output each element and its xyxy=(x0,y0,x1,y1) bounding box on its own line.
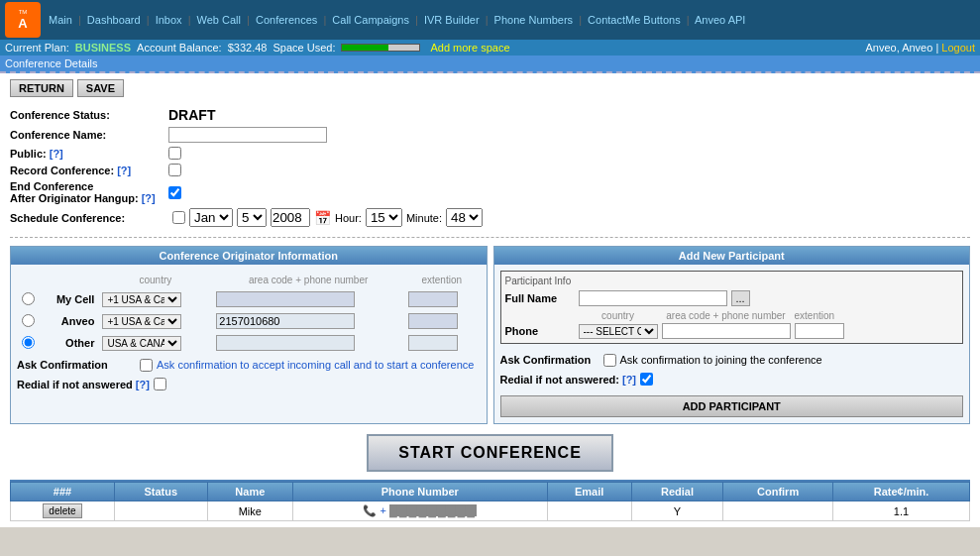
breadcrumb: Conference Details xyxy=(0,56,980,73)
schedule-minute-select[interactable]: 48 xyxy=(446,208,483,227)
status-row: Conference Status: DRAFT xyxy=(10,107,970,123)
p-ask-conf-row: Ask Confirmation Ask confirmation to joi… xyxy=(500,350,964,371)
schedule-year-input[interactable] xyxy=(271,208,310,227)
fullname-row: Full Name ... xyxy=(505,290,959,306)
p-col-area-phone: area code + phone number xyxy=(662,310,791,321)
originator-row-other: Other USA & CANA xyxy=(19,333,479,353)
cell-confirm xyxy=(723,501,833,521)
space-label: Space Used: xyxy=(272,42,335,54)
schedule-hour-select[interactable]: 15 xyxy=(366,208,402,227)
phone-col-headers: country area code + phone number extenti… xyxy=(505,310,959,321)
p-redial-checkbox[interactable] xyxy=(640,373,653,386)
conference-panels: Conference Originator Information countr… xyxy=(10,246,970,424)
toolbar: RETURN SAVE xyxy=(10,79,970,97)
ask-conf-label: Ask Confirmation xyxy=(17,359,136,371)
phone-plus: + xyxy=(381,504,386,516)
nav-conferences[interactable]: Conferences xyxy=(256,14,317,26)
nav-main[interactable]: Main xyxy=(49,14,72,26)
anveo-phone-input[interactable] xyxy=(216,313,355,329)
name-row: Conference Name: xyxy=(10,127,970,143)
radio-other[interactable] xyxy=(22,336,35,349)
delete-button[interactable]: delete xyxy=(43,503,81,518)
mycell-phone-input[interactable] xyxy=(216,291,355,307)
plan-value: BUSINESS xyxy=(75,42,131,54)
phone-icon: 📞 xyxy=(363,504,377,516)
cell-delete: delete xyxy=(11,501,115,521)
col-header-ext: extention xyxy=(405,273,479,287)
nav-anveoapi[interactable]: Anveo API xyxy=(695,14,745,26)
hangup-checkbox[interactable] xyxy=(168,186,181,199)
record-row: Record Conference: [?] xyxy=(10,164,970,176)
redial-label: Redial if not answered [?] xyxy=(17,379,150,390)
nav-contactme[interactable]: ContactMe Buttons xyxy=(588,14,681,26)
nav-ivrbuilder[interactable]: IVR Builder xyxy=(424,14,480,26)
hour-label: Hour: xyxy=(335,212,362,224)
anveo-label: Anveo xyxy=(40,311,97,331)
nav-links: Main | Dashboard | Inbox | Web Call | Co… xyxy=(49,14,975,26)
status-value: DRAFT xyxy=(168,107,215,123)
browse-button[interactable]: ... xyxy=(731,290,750,306)
col-header-area-phone: area code + phone number xyxy=(213,273,403,287)
public-checkbox[interactable] xyxy=(168,147,181,160)
plan-label: Current Plan: xyxy=(5,42,69,54)
calendar-icon[interactable]: 📅 xyxy=(314,210,331,226)
originator-row-mycell: My Cell +1 USA & Car xyxy=(19,289,479,309)
schedule-day-select[interactable]: 5 xyxy=(237,208,267,227)
phone-country-select[interactable]: --- SELECT C xyxy=(579,324,658,339)
p-ask-conf-checkbox[interactable] xyxy=(603,354,616,367)
mycell-country-select[interactable]: +1 USA & Car xyxy=(102,292,181,307)
status-label: Conference Status: xyxy=(10,109,168,121)
return-button[interactable]: RETURN xyxy=(10,79,73,97)
record-checkbox[interactable] xyxy=(168,164,181,176)
radio-anveo[interactable] xyxy=(22,314,35,327)
other-country-select[interactable]: USA & CANA xyxy=(102,336,181,351)
col-header-email: Email xyxy=(547,483,631,501)
logout-link[interactable]: Logout xyxy=(941,42,975,54)
radio-mycell[interactable] xyxy=(22,292,35,305)
anveo-ext-input[interactable] xyxy=(408,313,458,329)
schedule-month-select[interactable]: Jan xyxy=(189,208,233,227)
name-label: Conference Name: xyxy=(10,129,168,141)
public-label: Public: [?] xyxy=(10,148,168,160)
redial-row: Redial if not answered [?] xyxy=(17,376,481,392)
main-content: RETURN SAVE Conference Status: DRAFT Con… xyxy=(0,73,980,527)
nav-inbox[interactable]: Inbox xyxy=(156,14,182,26)
start-conference-button[interactable]: START CONFERENCE xyxy=(367,434,613,472)
save-button[interactable]: SAVE xyxy=(77,79,124,97)
redial-checkbox[interactable] xyxy=(154,378,166,390)
nav-webcall[interactable]: Web Call xyxy=(197,14,241,26)
phone-number-input[interactable] xyxy=(662,323,791,339)
p-redial-hint[interactable]: [?] xyxy=(622,374,636,386)
nav-callcampaigns[interactable]: Call Campaigns xyxy=(332,14,409,26)
phone-ext-input[interactable] xyxy=(795,323,844,339)
start-conference-section: START CONFERENCE xyxy=(10,434,970,472)
user-info: Anveo, Anveo | Logout xyxy=(865,42,975,54)
ask-conf-checkbox[interactable] xyxy=(140,359,153,372)
other-ext-input[interactable] xyxy=(408,335,458,351)
record-hint[interactable]: [?] xyxy=(117,165,131,176)
anveo-country-select[interactable]: +1 USA & Car xyxy=(102,314,181,329)
fullname-input[interactable] xyxy=(579,290,727,306)
p-redial-label: Redial if not answered: [?] xyxy=(500,374,637,386)
add-participant-button[interactable]: ADD PARTICIPANT xyxy=(500,395,964,417)
space-bar xyxy=(341,44,420,52)
fullname-label: Full Name xyxy=(505,292,575,304)
conference-name-input[interactable] xyxy=(168,127,327,143)
col-header-confirm: Confirm xyxy=(723,483,833,501)
mycell-ext-input[interactable] xyxy=(408,291,458,307)
other-phone-input[interactable] xyxy=(216,335,355,351)
participant-panel-header: Add New Participant xyxy=(494,247,970,265)
ask-conf-text: Ask confirmation to accept incoming call… xyxy=(157,359,474,371)
cell-email xyxy=(547,501,631,521)
conference-form: Conference Status: DRAFT Conference Name… xyxy=(10,107,970,227)
phone-masked: █████████ xyxy=(389,504,477,516)
schedule-checkbox[interactable] xyxy=(172,211,185,224)
hangup-hint[interactable]: [?] xyxy=(142,192,156,204)
add-space-link[interactable]: Add more space xyxy=(430,42,509,54)
public-hint[interactable]: [?] xyxy=(50,148,63,160)
nav-phonenumbers[interactable]: Phone Numbers xyxy=(494,14,574,26)
col-header-status: Status xyxy=(114,483,207,501)
nav-dashboard[interactable]: Dashboard xyxy=(87,14,141,26)
redial-hint[interactable]: [?] xyxy=(136,379,150,390)
originator-panel-header: Conference Originator Information xyxy=(11,247,487,265)
